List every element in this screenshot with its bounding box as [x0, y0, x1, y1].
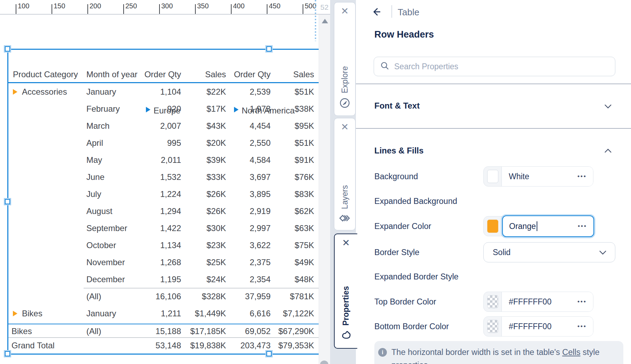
chevron-down-icon[interactable]	[603, 102, 613, 111]
chevron-up-icon[interactable]	[603, 147, 613, 156]
value-cell[interactable]: 2,539	[226, 87, 271, 97]
orange-swatch[interactable]	[487, 220, 498, 233]
value-cell[interactable]: $76K	[271, 172, 314, 182]
value-cell[interactable]: 1,104	[139, 87, 181, 97]
row-expander-icon[interactable]	[13, 311, 17, 316]
value-cell[interactable]: 1,195	[139, 275, 181, 284]
scroll-down-button[interactable]	[320, 361, 328, 364]
value-cell[interactable]: 2,550	[226, 138, 271, 148]
month-cell[interactable]: January	[84, 87, 139, 97]
value-cell[interactable]: 1,211	[139, 309, 181, 318]
month-cell[interactable]: June	[84, 172, 139, 182]
value-cell[interactable]: $48K	[271, 275, 314, 284]
month-cell[interactable]: (All)	[84, 326, 139, 336]
value-cell[interactable]: $83K	[271, 189, 314, 199]
table-row[interactable]: BikesJanuary1,211$1,449K6,616$7,122K	[8, 305, 319, 322]
month-cell[interactable]: July	[84, 189, 139, 199]
selection-border-top[interactable]	[7, 49, 319, 50]
table-row[interactable]: October1,134$23K3,622$75K	[8, 237, 319, 254]
transparent-swatch[interactable]	[487, 320, 498, 333]
value-cell[interactable]: 1,973	[226, 104, 271, 114]
close-icon[interactable]: ✕	[341, 7, 349, 16]
table-row[interactable]: AccessoriesJanuary1,104$22K2,539$51K	[8, 83, 319, 100]
bottom-border-color-control[interactable]: #FFFFFF00 •••	[483, 316, 593, 337]
value-cell[interactable]: $20K	[181, 138, 226, 148]
value-cell[interactable]: 1,422	[139, 223, 181, 233]
month-cell[interactable]: August	[84, 206, 139, 216]
selection-handle-top-middle[interactable]	[266, 46, 272, 52]
value-cell[interactable]: $33K	[181, 172, 226, 182]
table-row[interactable]: August1,294$26K2,919$62K	[8, 203, 319, 220]
value-cell[interactable]: 1,268	[139, 258, 181, 267]
value-cell[interactable]: $17,185K	[181, 326, 226, 336]
table-row[interactable]: December1,195$24K2,354$48K	[8, 271, 319, 288]
month-cell[interactable]: October	[84, 240, 139, 250]
value-cell[interactable]: $51K	[271, 87, 314, 97]
value-cell[interactable]: 2,919	[226, 206, 271, 216]
value-cell[interactable]: $781K	[271, 292, 314, 301]
column-header-product-category[interactable]: Product Category	[8, 70, 84, 79]
value-cell[interactable]: 1,134	[139, 240, 181, 250]
value-cell[interactable]: 1,532	[139, 172, 181, 182]
value-cell[interactable]: $25K	[181, 258, 226, 267]
value-cell[interactable]: $22K	[181, 87, 226, 97]
section-font-text[interactable]: Font & Text	[374, 101, 420, 111]
color-swatch-zone[interactable]	[484, 317, 502, 336]
table-row[interactable]: June1,532$33K3,697$76K	[8, 168, 319, 185]
month-cell[interactable]: April	[84, 138, 139, 148]
search-input[interactable]	[394, 62, 589, 71]
month-cell[interactable]: March	[84, 121, 139, 131]
value-cell[interactable]: 203,473	[226, 341, 271, 350]
value-cell[interactable]: $63K	[271, 223, 314, 233]
value-cell[interactable]: 2,007	[139, 121, 181, 131]
value-cell[interactable]: 4,584	[226, 155, 271, 165]
value-cell[interactable]: $26K	[181, 189, 226, 199]
value-cell[interactable]: $67,290K	[271, 326, 314, 336]
table-row[interactable]: July1,224$26K3,895$83K	[8, 185, 319, 203]
color-swatch-zone[interactable]	[484, 292, 502, 311]
column-header-month[interactable]: Month of year	[84, 70, 139, 79]
value-cell[interactable]: 3,895	[226, 189, 271, 199]
value-cell[interactable]: 6,616	[226, 309, 271, 318]
value-cell[interactable]: $43K	[181, 121, 226, 131]
category-cell[interactable]: Bikes	[11, 326, 32, 336]
value-cell[interactable]: $328K	[181, 292, 226, 301]
value-cell[interactable]: $91K	[271, 155, 314, 165]
column-header-order-qty-na[interactable]: Order Qty	[226, 70, 271, 79]
bottom-border-color-value[interactable]: #FFFFFF00	[509, 322, 552, 331]
value-cell[interactable]: $7,122K	[271, 309, 314, 318]
more-options-icon[interactable]: •••	[577, 298, 587, 305]
value-cell[interactable]: $75K	[271, 240, 314, 250]
table-row[interactable]: (All)16,106$328K37,959$781K	[8, 288, 319, 305]
close-icon[interactable]: ✕	[341, 122, 349, 132]
border-style-select[interactable]: Solid	[483, 242, 615, 262]
selection-handle-bottom-left[interactable]	[5, 351, 10, 356]
value-cell[interactable]: $38K	[271, 104, 314, 114]
top-border-color-control[interactable]: #FFFFFF00 •••	[483, 292, 593, 312]
more-options-icon[interactable]: •••	[577, 173, 587, 180]
selection-border-bottom[interactable]	[7, 354, 319, 355]
value-cell[interactable]: 2,997	[226, 223, 271, 233]
table-row[interactable]: April995$20K2,550$51K	[8, 134, 319, 151]
search-properties-box[interactable]	[374, 57, 615, 76]
value-cell[interactable]: $26K	[181, 206, 226, 216]
value-cell[interactable]: $39K	[181, 155, 226, 165]
value-cell[interactable]: $49K	[271, 258, 314, 267]
more-options-icon[interactable]: •••	[578, 223, 587, 230]
value-cell[interactable]: $62K	[271, 206, 314, 216]
expander-color-input[interactable]: Orange •••	[502, 215, 594, 237]
month-cell[interactable]: May	[84, 155, 139, 165]
month-cell[interactable]: (All)	[84, 292, 139, 301]
category-cell[interactable]: Bikes	[22, 309, 42, 318]
color-swatch-zone[interactable]	[484, 167, 502, 186]
category-cell[interactable]: Grand Total	[11, 341, 55, 350]
selection-handle-bottom-middle[interactable]	[266, 351, 272, 356]
value-cell[interactable]: $23K	[181, 240, 226, 250]
table-row[interactable]: March2,007$43K4,454$95K	[8, 117, 319, 134]
pinned-table-row[interactable]: Bikes(All)15,188$17,185K69,052$67,290K	[8, 325, 319, 338]
month-cell[interactable]: February	[84, 104, 139, 114]
row-expander-icon[interactable]	[13, 89, 17, 95]
selection-handle-left-middle[interactable]	[5, 199, 10, 204]
table-row[interactable]: May2,011$39K4,584$91K	[8, 151, 319, 168]
value-cell[interactable]: $79,353K	[271, 341, 314, 350]
